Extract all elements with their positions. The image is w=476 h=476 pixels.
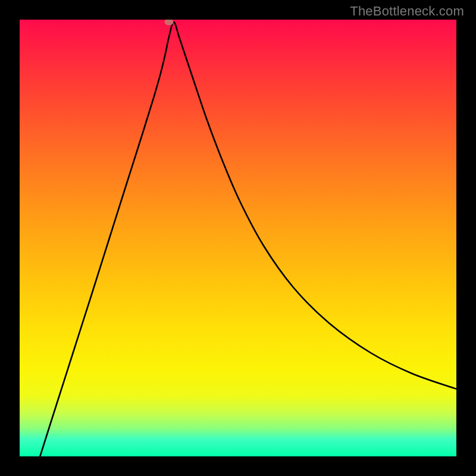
optimal-point-marker bbox=[165, 19, 174, 26]
watermark-text: TheBottleneck.com bbox=[350, 4, 464, 19]
bottleneck-curve bbox=[40, 22, 457, 457]
frame-bottom bbox=[0, 456, 476, 476]
frame-left bbox=[0, 0, 20, 476]
frame-right bbox=[456, 0, 476, 476]
curve-svg bbox=[20, 20, 457, 457]
plot-area bbox=[20, 20, 457, 457]
